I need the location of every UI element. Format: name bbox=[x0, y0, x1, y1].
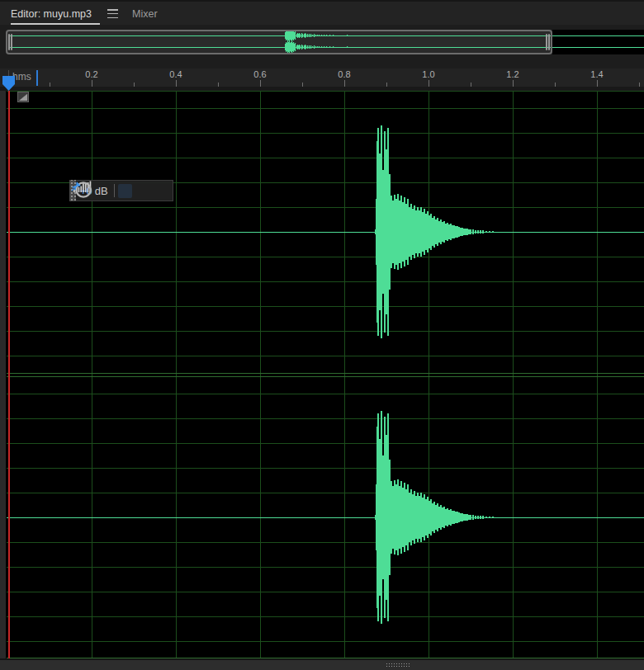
zoom-navigator[interactable] bbox=[0, 25, 644, 68]
playhead-line bbox=[8, 91, 10, 658]
gain-hud: +0dB bbox=[69, 180, 173, 201]
ruler-zero-marker bbox=[36, 70, 38, 86]
tab-mixer[interactable]: Mixer bbox=[132, 3, 158, 25]
navigator-right-handle[interactable] bbox=[548, 34, 550, 50]
ruler-label: 0.2 bbox=[73, 69, 110, 79]
navigator-range-box[interactable] bbox=[6, 30, 552, 54]
navigator-left-handle[interactable] bbox=[8, 34, 10, 50]
panel-menu-icon[interactable] bbox=[107, 9, 118, 18]
tab-mixer-label: Mixer bbox=[132, 8, 158, 20]
waveform-canvas bbox=[0, 91, 644, 658]
audition-editor-panel: Editor: muyu.mp3 Mixer hms 0.20.40.60.81… bbox=[0, 0, 644, 670]
navigator-left-handle[interactable] bbox=[11, 34, 12, 50]
ruler-label: 0.6 bbox=[242, 69, 278, 79]
hud-separator bbox=[114, 184, 115, 197]
ruler-label: 1.4 bbox=[579, 69, 615, 79]
ruler-label: 0.4 bbox=[158, 69, 194, 79]
ruler-label: 1.0 bbox=[410, 69, 447, 79]
waveform-display[interactable]: +0dB bbox=[0, 91, 644, 658]
ruler-label: 0.8 bbox=[326, 69, 362, 79]
ruler-label: 1.2 bbox=[495, 69, 531, 79]
navigator-right-handle[interactable] bbox=[546, 34, 547, 50]
left-margin-strip bbox=[0, 91, 6, 658]
horizontal-scrollbar[interactable] bbox=[0, 660, 644, 670]
scrollbar-grip[interactable] bbox=[386, 663, 411, 668]
tab-editor-label: Editor: muyu.mp3 bbox=[11, 8, 92, 20]
scroll-corner-widget[interactable] bbox=[17, 92, 29, 102]
timeline-ruler[interactable]: hms 0.20.40.60.81.01.21.4 bbox=[0, 68, 644, 91]
panel-tab-bar: Editor: muyu.mp3 Mixer bbox=[0, 0, 644, 25]
hud-pin-button[interactable] bbox=[118, 184, 132, 198]
pushpin-icon bbox=[70, 181, 82, 192]
tab-editor[interactable]: Editor: muyu.mp3 bbox=[11, 3, 92, 25]
